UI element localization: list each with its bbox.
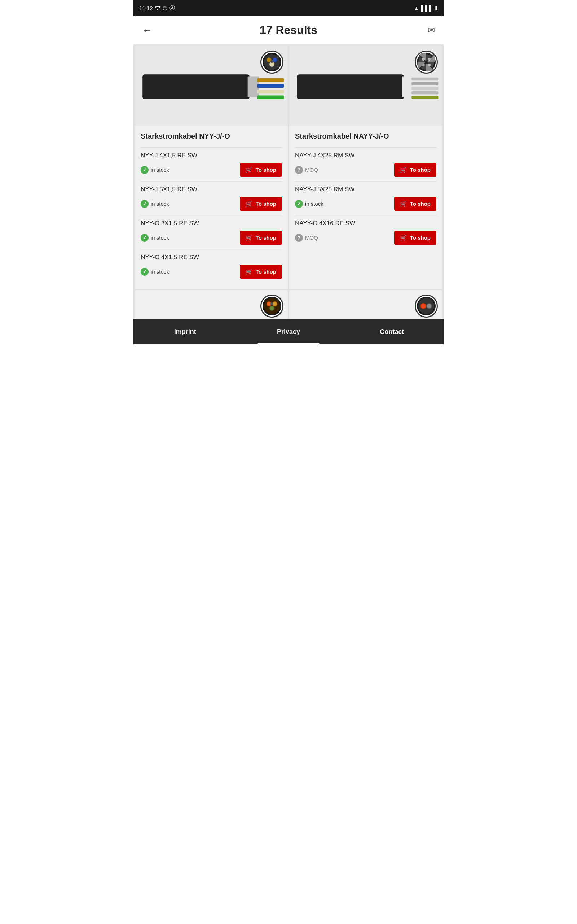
svg-rect-12: [257, 84, 284, 88]
shop-button-nayy-3[interactable]: 🛒 To shop: [394, 231, 436, 245]
svg-rect-13: [257, 90, 284, 94]
svg-point-5: [273, 58, 277, 62]
moq-label-nayy-1: MOQ: [305, 167, 318, 173]
svg-rect-27: [411, 82, 438, 85]
svg-point-20: [422, 58, 425, 61]
variant-row-nyy-1: in stock 🛒 To shop: [141, 163, 282, 177]
variant-nyy-3: NYY-O 3X1,5 RE SW in stock 🛒 To shop: [141, 215, 282, 249]
stock-label-nyy-3: in stock: [151, 234, 169, 241]
svg-rect-28: [411, 87, 438, 89]
moq-badge-nayy-1: ? MOQ: [295, 166, 318, 174]
shop-button-nyy-2[interactable]: 🛒 To shop: [240, 197, 282, 211]
svg-point-39: [271, 302, 273, 305]
variant-nayy-3: NAYY-O 4X16 RE SW ? MOQ 🛒 To shop: [295, 215, 436, 249]
status-bar: 11:12 🛡 ◎ Ⓐ ▲ ▌▌▌ ▮: [134, 0, 443, 16]
imprint-label: Imprint: [174, 328, 196, 336]
variant-name-nyy-1: NYY-J 4X1,5 RE SW: [141, 152, 282, 159]
svg-point-38: [270, 307, 274, 310]
partial-card-right: [289, 290, 442, 319]
shop-button-nyy-1[interactable]: 🛒 To shop: [240, 163, 282, 177]
stock-badge-nyy-2: in stock: [141, 200, 169, 208]
shop-label-nyy-2: To shop: [256, 201, 276, 207]
stock-label-nyy-2: in stock: [151, 201, 169, 207]
products-grid: Starkstromkabel NYY-J/-O NYY-J 4X1,5 RE …: [134, 45, 443, 290]
product-title-nayy: Starkstromkabel NAYY-J/-O: [295, 131, 436, 141]
shop-label-nayy-2: To shop: [410, 201, 430, 207]
footer-imprint[interactable]: Imprint: [134, 319, 237, 344]
instock-icon-nyy-3: [141, 234, 148, 242]
partial-row: [134, 290, 443, 319]
stock-badge-nyy-1: in stock: [141, 166, 169, 174]
product-info-nyy: Starkstromkabel NYY-J/-O NYY-J 4X1,5 RE …: [135, 126, 288, 289]
location-icon: ◎: [163, 5, 167, 11]
variant-nyy-4: NYY-O 4X1,5 RE SW in stock 🛒 To shop: [141, 249, 282, 283]
cart-icon-nyy-1: 🛒: [246, 166, 253, 173]
instock-icon-nayy-2: [295, 200, 303, 208]
cable-crosssection-nyy: [260, 50, 284, 74]
footer-privacy[interactable]: Privacy: [237, 319, 340, 344]
svg-point-21: [428, 58, 430, 61]
shop-button-nayy-2[interactable]: 🛒 To shop: [394, 197, 436, 211]
shop-label-nayy-3: To shop: [410, 234, 430, 241]
product-info-nayy: Starkstromkabel NAYY-J/-O NAYY-J 4X25 RM…: [289, 126, 442, 289]
svg-point-19: [425, 61, 428, 63]
stock-badge-nyy-4: in stock: [141, 268, 169, 276]
cart-icon-nayy-1: 🛒: [400, 166, 407, 173]
stock-label-nyy-4: in stock: [151, 268, 169, 275]
variant-name-nayy-2: NAYY-J 5X25 RM SW: [295, 186, 436, 193]
variant-name-nyy-3: NYY-O 3X1,5 RE SW: [141, 220, 282, 227]
svg-point-23: [422, 63, 425, 66]
svg-point-45: [427, 304, 431, 308]
stock-badge-nayy-2: in stock: [295, 200, 324, 208]
svg-point-3: [267, 58, 271, 62]
shield-icon: 🛡: [155, 5, 161, 11]
variant-nyy-2: NYY-J 5X1,5 RE SW in stock 🛒 To shop: [141, 181, 282, 215]
moq-icon-nayy-1: ?: [295, 166, 303, 174]
variant-row-nayy-1: ? MOQ 🛒 To shop: [295, 163, 436, 177]
svg-rect-9: [142, 74, 250, 99]
variant-row-nayy-3: ? MOQ 🛒 To shop: [295, 231, 436, 245]
cart-icon-nyy-4: 🛒: [246, 268, 253, 275]
battery-icon: ▮: [435, 5, 438, 11]
product-image-nyy: [135, 46, 288, 126]
stock-label-nayy-2: in stock: [305, 201, 324, 207]
shop-button-nyy-4[interactable]: 🛒 To shop: [240, 265, 282, 279]
variant-nyy-1: NYY-J 4X1,5 RE SW in stock 🛒 To shop: [141, 147, 282, 181]
cable-crosssection-partial-left: [260, 294, 284, 318]
email-button[interactable]: ✉: [419, 25, 435, 36]
product-card-nyy: Starkstromkabel NYY-J/-O NYY-J 4X1,5 RE …: [135, 46, 288, 289]
page-title: 17 Results: [158, 23, 419, 37]
shop-label-nyy-1: To shop: [256, 167, 276, 173]
footer-contact[interactable]: Contact: [340, 319, 443, 344]
svg-point-7: [270, 63, 274, 66]
bottom-nav: Imprint Privacy Contact: [134, 319, 443, 344]
contact-label: Contact: [380, 328, 404, 336]
instock-icon-nyy-2: [141, 200, 148, 208]
privacy-label: Privacy: [277, 328, 300, 336]
variant-row-nyy-3: in stock 🛒 To shop: [141, 231, 282, 245]
back-button[interactable]: ←: [142, 24, 158, 36]
variant-nayy-2: NAYY-J 5X25 RM SW in stock 🛒 To shop: [295, 181, 436, 215]
variant-nayy-1: NAYY-J 4X25 RM SW ? MOQ 🛒 To shop: [295, 147, 436, 181]
cart-icon-nyy-3: 🛒: [246, 234, 253, 241]
variant-name-nayy-1: NAYY-J 4X25 RM SW: [295, 152, 436, 159]
variant-name-nayy-3: NAYY-O 4X16 RE SW: [295, 220, 436, 227]
variant-row-nayy-2: in stock 🛒 To shop: [295, 197, 436, 211]
shop-button-nyy-3[interactable]: 🛒 To shop: [240, 231, 282, 245]
header: ← 17 Results ✉: [134, 16, 443, 45]
svg-point-22: [428, 63, 430, 66]
svg-point-8: [271, 60, 273, 63]
instock-icon-nyy-4: [141, 268, 148, 276]
svg-rect-26: [411, 78, 438, 81]
svg-rect-14: [257, 96, 284, 100]
svg-rect-11: [257, 78, 284, 82]
product-image-nayy: [289, 46, 442, 126]
shop-label-nyy-3: To shop: [256, 234, 276, 241]
shop-button-nayy-1[interactable]: 🛒 To shop: [394, 163, 436, 177]
a-icon: Ⓐ: [169, 5, 175, 11]
stock-badge-nyy-3: in stock: [141, 234, 169, 242]
variant-name-nyy-2: NYY-J 5X1,5 RE SW: [141, 186, 282, 193]
moq-icon-nayy-3: ?: [295, 234, 303, 242]
svg-rect-30: [411, 96, 438, 99]
shop-label-nayy-1: To shop: [410, 167, 430, 173]
